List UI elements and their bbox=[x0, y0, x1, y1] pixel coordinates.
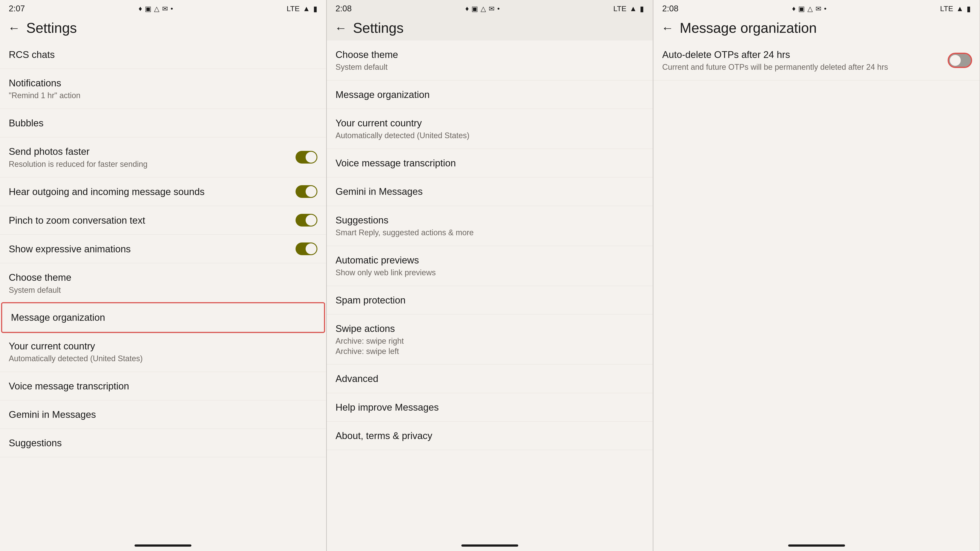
settings-item-country[interactable]: Your current country Automatically detec… bbox=[0, 332, 326, 372]
signal-icon-2: ♦ bbox=[465, 5, 469, 13]
item-title-voice2: Voice message transcription bbox=[336, 157, 644, 169]
settings-item-voice2[interactable]: Voice message transcription bbox=[327, 149, 653, 177]
settings-item-auto-previews[interactable]: Automatic previews Show only web link pr… bbox=[327, 246, 653, 286]
toggle-sounds[interactable] bbox=[296, 185, 317, 198]
toggle-knob-expressive bbox=[305, 243, 317, 254]
battery-icon-2: ▮ bbox=[640, 5, 644, 13]
screen-title-2: Settings bbox=[353, 20, 404, 36]
item-title-message-org2: Message organization bbox=[336, 88, 644, 101]
lte-icon-1: LTE bbox=[286, 5, 300, 13]
item-title-pinch: Pinch to zoom conversation text bbox=[9, 214, 296, 227]
settings-item-auto-delete-otp[interactable]: Auto-delete OTPs after 24 hrs Current an… bbox=[654, 40, 980, 81]
screen-3: 2:08 ♦ ▣ △ ✉ • LTE ▲ ▮ ← Message organiz… bbox=[654, 0, 980, 551]
signal-icon-1: ♦ bbox=[138, 5, 142, 13]
item-subtitle-send-photos: Resolution is reduced for faster sending bbox=[9, 159, 296, 170]
item-title-otp: Auto-delete OTPs after 24 hrs bbox=[662, 48, 949, 61]
screen-2: 2:08 ♦ ▣ △ ✉ • LTE ▲ ▮ ← Settings Choose… bbox=[327, 0, 654, 551]
settings-item-gemini2[interactable]: Gemini in Messages bbox=[327, 177, 653, 206]
toggle-knob-pinch bbox=[305, 215, 317, 225]
toggle-pinch[interactable] bbox=[296, 214, 317, 227]
mail-icon-1: ✉ bbox=[162, 5, 168, 13]
settings-item-swipe[interactable]: Swipe actions Archive: swipe right Archi… bbox=[327, 314, 653, 365]
item-title-country2: Your current country bbox=[336, 117, 644, 129]
settings-item-choose-theme[interactable]: Choose theme System default bbox=[0, 263, 326, 303]
item-title-help: Help improve Messages bbox=[336, 401, 644, 413]
nav-indicator-1 bbox=[135, 545, 191, 547]
screen-title-1: Settings bbox=[26, 20, 77, 36]
settings-item-gemini[interactable]: Gemini in Messages bbox=[0, 400, 326, 429]
settings-list-2: Choose theme System default Message orga… bbox=[327, 40, 653, 541]
settings-item-rcs-chats[interactable]: RCS chats bbox=[0, 40, 326, 69]
lte-icon-3: LTE bbox=[940, 5, 953, 13]
back-button-1[interactable]: ← bbox=[8, 22, 20, 34]
settings-list-1: RCS chats Notifications "Remind 1 hr" ac… bbox=[0, 40, 326, 541]
home-icon-1: △ bbox=[154, 5, 159, 13]
sim-icon-1: ▣ bbox=[145, 5, 151, 13]
app-bar-2: ← Settings bbox=[327, 16, 653, 40]
settings-item-pinch-zoom[interactable]: Pinch to zoom conversation text bbox=[0, 206, 326, 235]
battery-icon-3: ▮ bbox=[967, 5, 971, 13]
lte-icon-2: LTE bbox=[613, 5, 627, 13]
settings-item-message-org2[interactable]: Message organization bbox=[327, 81, 653, 109]
toggle-expressive[interactable] bbox=[296, 243, 317, 255]
item-title-expressive: Show expressive animations bbox=[9, 243, 296, 255]
app-bar-1: ← Settings bbox=[0, 16, 326, 40]
back-button-2[interactable]: ← bbox=[335, 22, 347, 34]
item-subtitle-country: Automatically detected (United States) bbox=[9, 354, 317, 364]
dot-icon-3: • bbox=[824, 5, 826, 13]
settings-item-notifications[interactable]: Notifications "Remind 1 hr" action bbox=[0, 69, 326, 109]
item-subtitle-theme2: System default bbox=[336, 62, 644, 72]
item-subtitle-suggestions2: Smart Reply, suggested actions & more bbox=[336, 228, 644, 238]
settings-item-suggestions2[interactable]: Suggestions Smart Reply, suggested actio… bbox=[327, 206, 653, 246]
item-title-gemini2: Gemini in Messages bbox=[336, 185, 644, 198]
nav-indicator-2 bbox=[461, 545, 518, 547]
item-title-suggestions: Suggestions bbox=[9, 437, 317, 449]
item-title-voice: Voice message transcription bbox=[9, 380, 317, 392]
item-subtitle-choose-theme: System default bbox=[9, 285, 317, 295]
settings-item-suggestions[interactable]: Suggestions bbox=[0, 429, 326, 457]
back-button-3[interactable]: ← bbox=[661, 22, 673, 34]
signal-icon-3: ♦ bbox=[792, 5, 795, 13]
status-bar-1: 2:07 ♦ ▣ △ ✉ • LTE ▲ ▮ bbox=[0, 0, 326, 16]
item-title-suggestions2: Suggestions bbox=[336, 214, 644, 226]
settings-item-about[interactable]: About, terms & privacy bbox=[327, 422, 653, 450]
item-subtitle-previews: Show only web link previews bbox=[336, 268, 644, 278]
home-icon-2: △ bbox=[480, 5, 486, 13]
dot-icon-1: • bbox=[170, 5, 173, 13]
toggle-knob-send-photos bbox=[305, 152, 317, 163]
settings-item-sounds[interactable]: Hear outgoing and incoming message sound… bbox=[0, 177, 326, 206]
status-icons-left-2: ♦ ▣ △ ✉ • bbox=[465, 5, 500, 13]
signal-bars-3: ▲ bbox=[956, 5, 964, 13]
settings-item-country2[interactable]: Your current country Automatically detec… bbox=[327, 109, 653, 149]
toggle-otp[interactable] bbox=[949, 54, 971, 67]
settings-item-advanced[interactable]: Advanced bbox=[327, 365, 653, 393]
item-title-theme2: Choose theme bbox=[336, 48, 644, 61]
item-title-choose-theme: Choose theme bbox=[9, 271, 317, 284]
settings-item-choose-theme2[interactable]: Choose theme System default bbox=[327, 40, 653, 81]
item-title-sounds: Hear outgoing and incoming message sound… bbox=[9, 186, 296, 198]
item-subtitle-swipe: Archive: swipe right Archive: swipe left bbox=[336, 336, 644, 357]
status-bar-2: 2:08 ♦ ▣ △ ✉ • LTE ▲ ▮ bbox=[327, 0, 653, 16]
screen-title-3: Message organization bbox=[680, 20, 816, 36]
status-bar-3: 2:08 ♦ ▣ △ ✉ • LTE ▲ ▮ bbox=[654, 0, 980, 16]
settings-item-expressive[interactable]: Show expressive animations bbox=[0, 235, 326, 263]
item-subtitle-otp: Current and future OTPs will be permanen… bbox=[662, 62, 949, 72]
settings-item-message-org[interactable]: Message organization bbox=[2, 303, 324, 332]
settings-item-send-photos[interactable]: Send photos faster Resolution is reduced… bbox=[0, 137, 326, 177]
sim-icon-2: ▣ bbox=[471, 5, 478, 13]
status-time-2: 2:08 bbox=[336, 4, 352, 13]
settings-item-help[interactable]: Help improve Messages bbox=[327, 393, 653, 422]
item-title-notifications: Notifications bbox=[9, 77, 317, 89]
home-icon-3: △ bbox=[807, 5, 813, 13]
toggle-knob-otp bbox=[950, 55, 961, 66]
status-time-3: 2:08 bbox=[662, 4, 678, 13]
toggle-send-photos[interactable] bbox=[296, 151, 317, 164]
settings-item-spam[interactable]: Spam protection bbox=[327, 286, 653, 314]
signal-bars-1: ▲ bbox=[303, 5, 310, 13]
mail-icon-2: ✉ bbox=[489, 5, 495, 13]
settings-item-voice[interactable]: Voice message transcription bbox=[0, 372, 326, 400]
item-title-swipe: Swipe actions bbox=[336, 322, 644, 335]
settings-item-bubbles[interactable]: Bubbles bbox=[0, 109, 326, 137]
toggle-knob-sounds bbox=[305, 186, 317, 197]
item-subtitle-notifications: "Remind 1 hr" action bbox=[9, 91, 317, 101]
